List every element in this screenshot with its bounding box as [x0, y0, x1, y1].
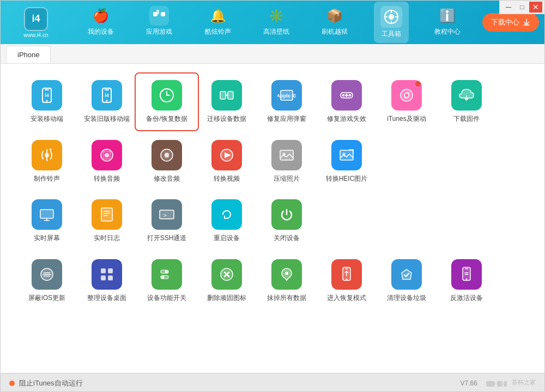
- tool-restart-device[interactable]: 重启设备: [197, 194, 257, 248]
- svg-rect-36: [280, 150, 293, 160]
- tool-open-ssh[interactable]: >_ 打开SSH通道: [137, 194, 197, 248]
- svg-point-3: [389, 14, 394, 20]
- tool-make-ringtone[interactable]: ✦ 制作铃声: [17, 134, 77, 189]
- svg-rect-25: [345, 95, 348, 96]
- close-button[interactable]: ✕: [529, 2, 542, 13]
- nav-item-tutorials[interactable]: ℹ️ 教程中心: [428, 2, 467, 43]
- svg-point-63: [285, 272, 288, 275]
- svg-rect-72: [504, 381, 507, 387]
- nav-item-wallpapers[interactable]: ✳️ 高清壁纸: [257, 2, 296, 43]
- svg-point-9: [46, 100, 48, 102]
- svg-rect-53: [108, 268, 113, 273]
- tools-row-2: ✦ 制作铃声 转换音频: [17, 134, 528, 189]
- minimize-button[interactable]: ─: [502, 2, 515, 13]
- tool-clean-junk[interactable]: 清理设备垃圾: [377, 254, 437, 308]
- tool-label-install-old: 安装旧版移动端: [84, 115, 130, 124]
- svg-rect-66: [345, 268, 348, 270]
- nav-item-jailbreak[interactable]: 📦 刷机越狱: [315, 2, 354, 43]
- nav-label-toolbox: 工具箱: [382, 29, 401, 39]
- tool-label-compress-photo: 压缩照片: [274, 175, 300, 183]
- tool-install-old[interactable]: i4 安装旧版移动端: [77, 75, 137, 129]
- stop-itunes-label: 阻止iTunes自动运行: [19, 378, 83, 388]
- svg-point-59: [162, 275, 165, 278]
- tool-realtime-log[interactable]: 实时日志: [77, 194, 137, 248]
- svg-rect-14: [105, 89, 109, 90]
- tool-convert-audio[interactable]: 转换音频: [77, 134, 137, 189]
- tool-label-open-ssh: 打开SSH通道: [147, 234, 187, 243]
- nav-label-wallpapers: 高清壁纸: [263, 27, 289, 36]
- tool-deactivate[interactable]: 反激活设备: [437, 254, 496, 308]
- main-content: i4 安装移动端 i4 安装旧版移动端: [1, 64, 544, 373]
- tool-itunes-driver[interactable]: iTunes及驱动: [377, 75, 437, 129]
- tool-download-firmware[interactable]: 下载固件: [437, 75, 496, 129]
- tool-delete-stubborn[interactable]: 删除顽固图标: [197, 254, 257, 308]
- svg-rect-38: [340, 150, 353, 160]
- nav-item-ringtones[interactable]: 🔔 酷炫铃声: [198, 2, 238, 43]
- nav-label-apps: 应用游戏: [146, 27, 172, 36]
- tool-label-migrate-data: 迁移设备数据: [207, 115, 246, 124]
- tool-label-edit-audio: 修改音频: [154, 175, 180, 183]
- tool-label-install-mobile: 安装移动端: [31, 115, 63, 124]
- nav-item-my-device[interactable]: 🍎 我的设备: [81, 2, 120, 43]
- tool-label-deactivate: 反激活设备: [450, 294, 483, 303]
- svg-rect-70: [486, 381, 495, 387]
- nav-item-toolbox[interactable]: 工具箱: [374, 2, 409, 43]
- svg-rect-17: [220, 91, 226, 99]
- tool-label-backup-restore: 备份/恢复数据: [146, 115, 187, 124]
- svg-rect-52: [101, 268, 106, 273]
- tool-wipe-all-data[interactable]: 抹掉所有数据: [257, 254, 317, 308]
- tool-edit-audio[interactable]: 修改音频: [137, 134, 197, 189]
- tool-label-convert-audio: 转换音频: [94, 175, 120, 183]
- tool-label-organize-desktop: 整理设备桌面: [87, 294, 126, 303]
- tool-backup-restore[interactable]: 备份/恢复数据: [137, 75, 197, 129]
- tool-label-device-features: 设备功能开关: [147, 294, 186, 303]
- tool-convert-video[interactable]: 转换视频: [197, 134, 257, 189]
- tool-label-download-firmware: 下载固件: [453, 115, 480, 124]
- tool-fix-app-popup[interactable]: Apple ID 修复应用弹窗: [257, 75, 317, 129]
- svg-rect-67: [463, 267, 470, 280]
- nav-item-apps[interactable]: 应用游戏: [140, 2, 179, 43]
- nav-label-ringtones: 酷炫铃声: [205, 27, 231, 36]
- tool-label-itunes: iTunes及驱动: [387, 115, 426, 124]
- tool-shutdown-device[interactable]: 关闭设备: [257, 194, 317, 248]
- tool-block-ios-update[interactable]: 屏蔽iOS更新: [17, 254, 77, 308]
- nav-items: 🍎 我的设备 应用游戏 🔔 酷炫铃声 ✳️ 高清壁纸 📦: [71, 2, 477, 43]
- tool-label-convert-heic: 转换HEIC图片: [326, 175, 368, 183]
- tool-fix-game[interactable]: 修复游戏失效: [317, 75, 377, 129]
- tool-migrate-data[interactable]: 迁移设备数据: [197, 75, 257, 129]
- tool-label-make-ringtone: 制作铃声: [34, 175, 60, 183]
- version-label: V7.66: [461, 379, 477, 387]
- logo-icon: i4: [24, 7, 48, 31]
- svg-rect-40: [40, 210, 53, 218]
- watermark-text: 茶杯之家: [486, 378, 536, 387]
- tool-realtime-screen[interactable]: 实时屏幕: [17, 194, 77, 248]
- svg-point-23: [349, 94, 351, 96]
- download-center-button[interactable]: 下载中心: [482, 13, 539, 32]
- tool-device-features[interactable]: 设备功能开关: [137, 254, 197, 308]
- tool-label-block-ios-update: 屏蔽iOS更新: [28, 294, 65, 303]
- tool-convert-heic[interactable]: 转换HEIC图片: [317, 134, 377, 189]
- tools-row-3: 实时屏幕 实时日志 >_: [17, 194, 528, 248]
- tool-label-wipe-all-data: 抹掉所有数据: [267, 294, 306, 303]
- tool-organize-desktop[interactable]: 整理设备桌面: [77, 254, 137, 308]
- footer-left: 阻止iTunes自动运行: [9, 378, 83, 388]
- tool-label-realtime-log: 实时日志: [94, 234, 120, 243]
- tools-row-4: 屏蔽iOS更新 整理设备桌面: [17, 254, 528, 308]
- iphone-tab[interactable]: iPhone: [6, 46, 51, 63]
- svg-point-27: [405, 94, 408, 97]
- svg-rect-18: [228, 91, 233, 99]
- svg-rect-10: [45, 89, 49, 90]
- tool-install-mobile[interactable]: i4 安装移动端: [17, 75, 77, 129]
- nav-label-my-device: 我的设备: [88, 27, 114, 36]
- tool-label-shutdown-device: 关闭设备: [274, 234, 300, 243]
- svg-text:✦: ✦: [49, 147, 53, 152]
- svg-point-65: [346, 278, 348, 280]
- svg-point-57: [165, 270, 168, 273]
- tab-bar: iPhone: [1, 44, 544, 64]
- svg-text:>_: >_: [164, 212, 171, 219]
- tool-compress-photo[interactable]: 压缩照片: [257, 134, 317, 189]
- svg-rect-69: [465, 268, 468, 270]
- tool-enter-recovery[interactable]: 进入恢复模式: [317, 254, 377, 308]
- maximize-button[interactable]: □: [516, 2, 529, 13]
- svg-text:i4: i4: [105, 93, 109, 98]
